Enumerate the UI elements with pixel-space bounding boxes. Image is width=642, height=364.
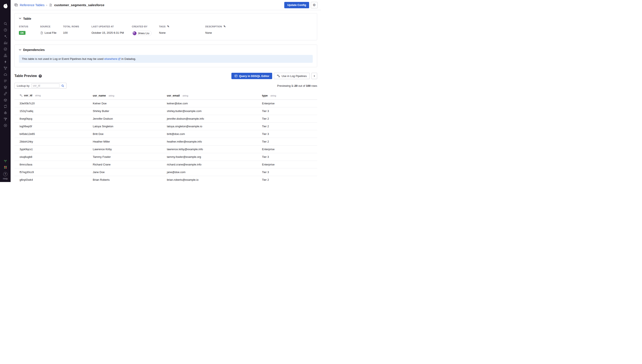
- dependencies-message-prefix: This table is not used in Log or Event P…: [22, 57, 103, 60]
- field-created-by: CREATED BY Jinwu Liu: [132, 25, 159, 36]
- table-row: 33e00b7c20 Kelner Doe kelner@doe.com Ent…: [15, 100, 317, 107]
- page-title: customer_segments_salesforce: [54, 3, 104, 7]
- edit-tags-icon[interactable]: ✎: [167, 25, 169, 28]
- edit-description-icon[interactable]: ✎: [223, 25, 226, 28]
- query-ddsql-button[interactable]: Query in DDSQL Editor: [231, 73, 272, 79]
- layers-icon[interactable]: [2, 84, 9, 90]
- table-row: oisq8ugb8 Tammy Fowler tammy.fowler@exam…: [15, 153, 317, 160]
- lightning-icon[interactable]: [2, 58, 9, 65]
- sparkles-icon[interactable]: [2, 33, 9, 40]
- table-row: b45de12e65 Britt Doe britt@doe.com Tier …: [15, 130, 317, 138]
- cell-usr-email: jane@doe.com: [164, 168, 259, 176]
- pipelines-dropdown-button[interactable]: ▾: [311, 73, 317, 79]
- lookup-search-button[interactable]: [60, 83, 66, 88]
- cubes-icon[interactable]: [2, 52, 9, 58]
- sync-icon[interactable]: [2, 103, 9, 110]
- search-icon[interactable]: [2, 20, 9, 27]
- table-row: f57eg30cc9 Jane Doe jane@doe.com Tier 3: [15, 168, 317, 176]
- dependencies-card: Dependencies This table is not used in L…: [15, 44, 317, 68]
- update-config-button[interactable]: Update Config: [284, 2, 309, 8]
- dependencies-card-title: Dependencies: [23, 48, 45, 52]
- settings-gear-button[interactable]: ⚙: [311, 2, 317, 8]
- target-icon[interactable]: [2, 122, 9, 128]
- sidebar-bottom: ? Help: [2, 158, 9, 182]
- gear-icon: ⚙: [313, 3, 316, 7]
- network-icon[interactable]: [2, 65, 9, 71]
- preview-total: 100: [306, 84, 310, 88]
- cell-usr-id: 8seg0tqcg: [15, 115, 90, 122]
- history-icon[interactable]: [2, 27, 9, 33]
- cell-type: Tier 3: [259, 130, 317, 138]
- bar-chart-icon[interactable]: [2, 40, 9, 46]
- cell-type: Tier 2: [259, 122, 317, 130]
- help-tooltip-icon[interactable]: ?: [39, 74, 42, 78]
- cell-usr-name: Kelner Doe: [90, 100, 164, 107]
- paint-roller-icon[interactable]: [2, 116, 9, 122]
- column-header-usr-email[interactable]: usr_emailstring: [164, 92, 259, 100]
- cell-usr-email: latoya.singleton@example.io: [164, 122, 259, 130]
- tags-label: TAGS: [159, 25, 166, 28]
- package-icon[interactable]: [2, 97, 9, 103]
- table-grid-icon: [234, 74, 238, 78]
- created-by-user-pill: Jinwu Liu: [132, 31, 152, 36]
- help-label: Help: [3, 177, 8, 180]
- dependencies-message-suffix: in Datadog.: [121, 57, 136, 60]
- chevron-down-icon: [19, 49, 21, 51]
- description-value: None: [205, 31, 212, 34]
- breadcrumb-reference-tables-link[interactable]: Reference Tables: [20, 3, 44, 7]
- blocks-icon[interactable]: [2, 164, 9, 170]
- cell-usr-name: Brian Roberts: [90, 176, 164, 182]
- source-label: SOURCE: [40, 25, 61, 28]
- cell-type: Tier 2: [259, 138, 317, 145]
- key-icon: [20, 94, 23, 97]
- cell-usr-email: jennifer.dodson@example.info: [164, 115, 259, 122]
- description-label: DESCRIPTION: [205, 25, 222, 28]
- cell-usr-id: 33e00b7c20: [15, 100, 90, 107]
- table-preview-title: Table Preview: [15, 74, 37, 78]
- cell-type: Tier 2: [259, 115, 317, 122]
- cell-usr-name: Shirley Butler: [90, 107, 164, 115]
- plant-icon[interactable]: [2, 158, 9, 164]
- cell-type: Tier 3: [259, 107, 317, 115]
- use-in-log-pipelines-button[interactable]: Use in Log Pipelines: [274, 73, 310, 79]
- cell-type: Enterprise: [259, 100, 317, 107]
- list-icon[interactable]: [2, 78, 9, 84]
- main-area: Reference Tables › customer_segments_sal…: [11, 0, 321, 182]
- datadog-logo-icon[interactable]: [2, 2, 9, 9]
- preview-table-body: 33e00b7c20 Kelner Doe kelner@doe.com Ent…: [15, 100, 317, 182]
- check-circle-icon[interactable]: [2, 46, 9, 52]
- bug-icon[interactable]: [2, 110, 9, 116]
- help-icon[interactable]: ?: [3, 172, 8, 176]
- topbar-actions: Update Config ⚙: [284, 2, 317, 8]
- elsewhere-link[interactable]: elsewhere: [104, 57, 121, 60]
- table-row: 3ypk9qcs1 Lawrence Kirby lawrence.kirby@…: [15, 145, 317, 153]
- cell-type: Enterprise: [259, 160, 317, 168]
- external-link-icon: [118, 58, 121, 60]
- page-content: Table STATUS OK SOURCE Local File TOTAL …: [11, 10, 321, 182]
- table-card-header[interactable]: Table: [19, 17, 31, 20]
- column-header-type[interactable]: typestring: [259, 92, 317, 100]
- cell-usr-id: 8mrccfaxa: [15, 160, 90, 168]
- field-status: STATUS OK: [19, 25, 40, 36]
- reference-tables-icon: [14, 3, 18, 7]
- dependencies-card-header[interactable]: Dependencies: [19, 48, 45, 52]
- caret-down-icon: ▾: [314, 75, 315, 78]
- lookup-input[interactable]: [32, 84, 60, 88]
- app-sidebar: ? Help: [0, 0, 11, 182]
- created-by-label: CREATED BY: [132, 25, 156, 28]
- tags-value: None: [159, 31, 166, 34]
- cell-usr-email: shirley.butler@example.com: [164, 107, 259, 115]
- cloud-icon[interactable]: [2, 71, 9, 78]
- table-preview-section: Table Preview ? Query in DDSQL Editor Us…: [15, 73, 317, 182]
- cell-usr-email: lawrence.kirby@example.info: [164, 145, 259, 153]
- breadcrumb: Reference Tables › customer_segments_sal…: [14, 3, 104, 7]
- sidebar-bottom-icons: [2, 158, 9, 170]
- table-row: lxg06wp5f Latoya Singleton latoya.single…: [15, 122, 317, 130]
- column-header-usr-id[interactable]: usr_id string: [15, 92, 90, 100]
- cell-usr-email: heather.miller@example.info: [164, 138, 259, 145]
- cell-usr-id: oisq8ugb8: [15, 153, 90, 160]
- link-icon[interactable]: [2, 90, 9, 97]
- last-updated-label: LAST UPDATED AT: [92, 25, 129, 28]
- column-header-usr-name[interactable]: usr_namestring: [90, 92, 164, 100]
- created-by-value: Jinwu Liu: [138, 32, 149, 35]
